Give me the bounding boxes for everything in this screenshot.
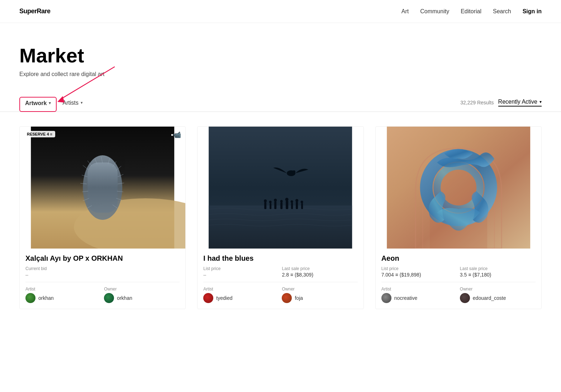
main-nav: SuperRare Art Community Editorial Search… (0, 0, 561, 23)
video-icon: ▪️📹 (171, 131, 181, 139)
sort-section: 32,229 Results Recently Active ▾ (460, 99, 542, 112)
card-image: RESERVE 4 ≡ ▪️📹 (20, 127, 185, 249)
card-image (376, 127, 541, 249)
svg-rect-33 (280, 202, 282, 209)
svg-point-36 (285, 198, 289, 201)
owner-label: Owner (282, 287, 357, 292)
avatar (104, 293, 114, 303)
avatar (282, 293, 292, 303)
card-title: I had the blues (203, 254, 357, 263)
nav-search[interactable]: Search (493, 8, 511, 14)
owner-name: orkhan (117, 295, 132, 301)
sort-label: Recently Active (498, 99, 537, 105)
artwork-card[interactable]: I had the blues List price – Last sale p… (197, 126, 363, 309)
svg-rect-29 (270, 203, 271, 209)
nav-art[interactable]: Art (401, 8, 409, 14)
avatar (25, 293, 35, 303)
last-sale-label: Last sale price (460, 266, 536, 271)
artist-label: Artist (381, 287, 457, 292)
list-price-label: Current bid (25, 266, 101, 271)
card-artwork-3 (376, 127, 541, 249)
svg-point-42 (301, 200, 303, 203)
cards-grid: RESERVE 4 ≡ ▪️📹 Xalçalı Ayı by OP x ORKH… (0, 112, 561, 323)
artist-name: tyedied (216, 295, 232, 301)
svg-point-26 (293, 170, 295, 173)
last-sale-label: Last sale price (282, 266, 357, 271)
list-price-value: – (25, 272, 101, 278)
artwork-chevron-icon: ▾ (49, 101, 51, 105)
artists-chevron-icon: ▾ (81, 100, 83, 105)
last-sale-value: 2.8 ≡ ($8,309) (282, 272, 357, 278)
svg-rect-39 (296, 202, 298, 209)
svg-point-32 (274, 199, 277, 202)
svg-rect-35 (286, 200, 288, 209)
card-image (198, 127, 363, 249)
page-subtitle: Explore and collect rare digital art (19, 71, 542, 77)
owner-name: foja (295, 295, 303, 301)
svg-point-38 (291, 200, 293, 203)
artist-name: nocreative (394, 295, 418, 301)
svg-rect-24 (209, 206, 352, 249)
list-price-label: List price (381, 266, 457, 271)
artist-label: Artist (203, 287, 279, 292)
tab-artists[interactable]: Artists ▾ (57, 97, 88, 112)
owner-label: Owner (460, 287, 536, 292)
last-sale-value: 3.5 ≡ ($7,180) (460, 272, 536, 278)
owner-name: edouard_coste (473, 295, 506, 301)
tab-artwork[interactable]: Artwork ▾ (19, 97, 57, 112)
hero-section: Market Explore and collect rare digital … (0, 23, 561, 88)
svg-rect-27 (264, 202, 266, 209)
avatar (203, 293, 213, 303)
sort-dropdown[interactable]: Recently Active ▾ (498, 99, 542, 107)
nav-community[interactable]: Community (420, 8, 449, 14)
svg-point-34 (280, 200, 283, 202)
artist-label: Artist (25, 287, 101, 292)
card-artwork-2 (198, 127, 363, 249)
nav-editorial[interactable]: Editorial (461, 8, 481, 14)
list-price-label: List price (203, 266, 279, 271)
tabs: Artwork ▾ Artists ▾ (19, 97, 89, 112)
nav-signin[interactable]: Sign in (523, 8, 542, 14)
svg-point-40 (295, 199, 298, 202)
artwork-card[interactable]: RESERVE 4 ≡ ▪️📹 Xalçalı Ayı by OP x ORKH… (19, 126, 186, 309)
filter-row: Artwork ▾ Artists ▾ 32,229 Results Recen… (0, 88, 561, 112)
artwork-card[interactable]: Aeon List price 7.004 ≡ ($19,898) Last s… (375, 126, 542, 309)
list-price-value: – (203, 272, 279, 278)
card-badge: RESERVE 4 ≡ (24, 131, 55, 137)
owner-label: Owner (104, 287, 180, 292)
page-title: Market (19, 44, 542, 67)
card-title: Aeon (381, 254, 536, 263)
sort-chevron-icon: ▾ (539, 99, 542, 104)
svg-point-28 (264, 199, 267, 202)
svg-point-30 (269, 200, 272, 203)
avatar (460, 293, 470, 303)
card-artwork-1 (20, 127, 185, 249)
svg-rect-41 (301, 203, 303, 209)
avatar (381, 293, 391, 303)
logo[interactable]: SuperRare (19, 8, 51, 15)
list-price-value: 7.004 ≡ ($19,898) (381, 272, 457, 278)
svg-rect-31 (274, 201, 276, 209)
artist-name: orkhan (38, 295, 54, 301)
card-title: Xalçalı Ayı by OP x ORKHAN (25, 254, 180, 263)
svg-rect-37 (291, 203, 293, 209)
results-count: 32,229 Results (460, 100, 494, 105)
